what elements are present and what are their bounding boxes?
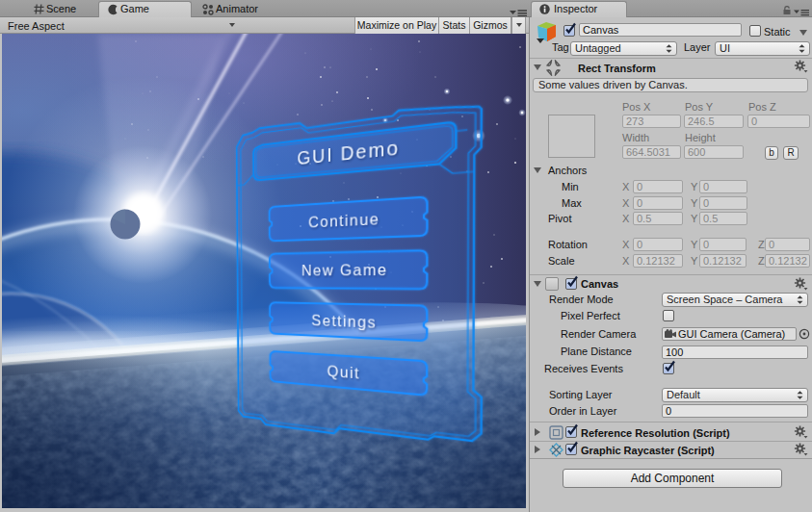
svg-text:Settings: Settings [311, 312, 377, 332]
svg-text:Continue: Continue [308, 210, 380, 231]
svg-text:Quit: Quit [327, 362, 360, 382]
svg-text:New Game: New Game [301, 261, 388, 279]
